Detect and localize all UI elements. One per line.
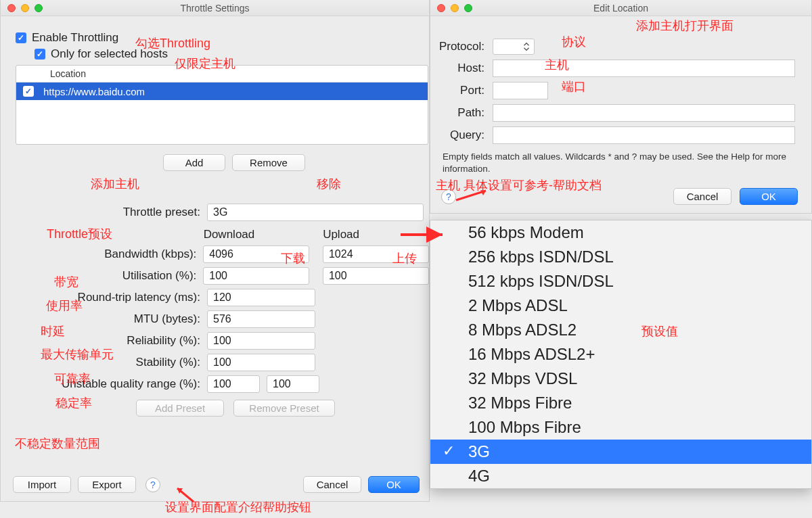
titlebar-left: Throttle Settings bbox=[1, 0, 429, 16]
help-icon[interactable]: ? bbox=[441, 189, 456, 204]
protocol-label: Protocol: bbox=[438, 40, 493, 53]
preset-menu-item[interactable]: 2 Mbps ADSL bbox=[430, 293, 811, 318]
stability-input[interactable]: 100 bbox=[207, 354, 315, 371]
preset-menu-item[interactable]: 56 kbps Modem bbox=[430, 220, 811, 245]
download-column-header: Download bbox=[204, 228, 310, 241]
port-label: Port: bbox=[438, 84, 493, 97]
path-input[interactable] bbox=[493, 104, 795, 122]
chevron-up-down-icon bbox=[522, 42, 531, 51]
stability-label: Stability (%): bbox=[14, 356, 207, 369]
mtu-input[interactable]: 576 bbox=[207, 310, 315, 328]
location-list[interactable]: Location ✓ https://www.baidu.com bbox=[16, 65, 428, 145]
add-preset-button[interactable]: Add Preset bbox=[136, 400, 224, 417]
preset-menu-item[interactable]: 256 kbps ISDN/DSL bbox=[430, 245, 811, 269]
preset-menu-item[interactable]: 3G bbox=[430, 440, 811, 464]
only-selected-hosts-label: Only for selected hosts bbox=[51, 47, 168, 61]
export-button[interactable]: Export bbox=[78, 476, 136, 493]
mtu-label: MTU (bytes): bbox=[14, 312, 207, 326]
cancel-button[interactable]: Cancel bbox=[303, 476, 361, 493]
port-input[interactable] bbox=[493, 82, 548, 99]
throttle-preset-label: Throttle preset: bbox=[14, 206, 207, 219]
host-input[interactable] bbox=[493, 60, 795, 77]
path-label: Path: bbox=[438, 106, 493, 120]
titlebar-right: Edit Location bbox=[430, 0, 811, 16]
import-button[interactable]: Import bbox=[13, 476, 71, 493]
remove-button[interactable]: Remove bbox=[232, 154, 305, 171]
check-icon[interactable]: ✓ bbox=[23, 86, 34, 97]
wildcard-hint: Empty fields match all values. Wildcards… bbox=[443, 151, 795, 175]
query-label: Query: bbox=[438, 128, 493, 142]
preset-menu-item[interactable]: 16 Mbps ADSL2+ bbox=[430, 342, 811, 367]
window-title: Edit Location bbox=[430, 3, 811, 14]
bandwidth-download-input[interactable]: 4096 bbox=[203, 245, 309, 263]
throttle-preset-value: 3G bbox=[213, 206, 227, 218]
throttle-preset-select[interactable]: 3G bbox=[207, 204, 424, 221]
rtt-label: Round-trip latency (ms): bbox=[14, 291, 207, 304]
throttle-settings-window: Throttle Settings ✓ Enable Throttling ✓ … bbox=[0, 0, 430, 502]
help-icon[interactable]: ? bbox=[145, 477, 160, 492]
check-icon: ✓ bbox=[16, 32, 26, 43]
check-icon: ✓ bbox=[35, 49, 45, 60]
ok-button[interactable]: OK bbox=[368, 476, 420, 493]
location-header: Location bbox=[16, 66, 428, 83]
preset-menu-item[interactable]: 100 Mbps Fibre bbox=[430, 415, 811, 440]
preset-menu-item[interactable]: 32 Mbps Fibre bbox=[430, 391, 811, 415]
only-selected-hosts-checkbox[interactable]: ✓ Only for selected hosts bbox=[35, 47, 420, 61]
window-title: Throttle Settings bbox=[1, 3, 429, 14]
preset-menu-item[interactable]: 8 Mbps ADSL2 bbox=[430, 318, 811, 342]
ok-button[interactable]: OK bbox=[740, 188, 798, 205]
unstable-range-label: Unstable quality range (%): bbox=[14, 377, 207, 391]
protocol-select[interactable] bbox=[493, 39, 535, 55]
bandwidth-label: Bandwidth (kbps): bbox=[14, 248, 203, 261]
utilisation-label: Utilisation (%): bbox=[14, 269, 203, 283]
upload-column-header: Upload bbox=[323, 228, 429, 241]
unstable-range-b-input[interactable]: 100 bbox=[267, 375, 319, 393]
enable-throttling-label: Enable Throttling bbox=[32, 31, 118, 45]
preset-menu-item[interactable]: 4G bbox=[430, 464, 811, 488]
unstable-range-a-input[interactable]: 100 bbox=[207, 375, 260, 393]
query-input[interactable] bbox=[493, 126, 795, 144]
location-row[interactable]: ✓ https://www.baidu.com bbox=[16, 83, 428, 100]
reliability-label: Reliability (%): bbox=[14, 334, 207, 348]
reliability-input[interactable]: 100 bbox=[207, 332, 315, 350]
edit-location-window: Edit Location Protocol: Host: Port: Path… bbox=[430, 0, 812, 214]
utilisation-download-input[interactable]: 100 bbox=[203, 267, 309, 285]
bandwidth-upload-input[interactable]: 1024 bbox=[323, 245, 429, 263]
host-label: Host: bbox=[438, 62, 493, 75]
utilisation-upload-input[interactable]: 100 bbox=[323, 267, 429, 285]
cancel-button[interactable]: Cancel bbox=[673, 188, 731, 205]
enable-throttling-checkbox[interactable]: ✓ Enable Throttling bbox=[16, 31, 420, 45]
throttle-preset-menu[interactable]: 56 kbps Modem256 kbps ISDN/DSL512 kbps I… bbox=[430, 220, 812, 489]
location-url: https://www.baidu.com bbox=[43, 86, 145, 97]
preset-menu-item[interactable]: 32 Mbps VDSL bbox=[430, 367, 811, 391]
remove-preset-button[interactable]: Remove Preset bbox=[233, 400, 335, 417]
preset-menu-item[interactable]: 512 kbps ISDN/DSL bbox=[430, 269, 811, 293]
add-button[interactable]: Add bbox=[163, 154, 225, 171]
rtt-input[interactable]: 120 bbox=[207, 289, 315, 306]
